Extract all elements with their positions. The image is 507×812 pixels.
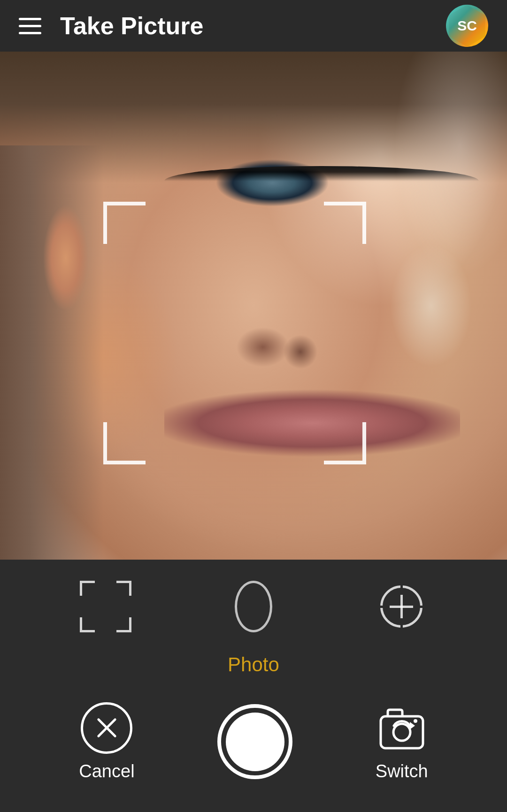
vf-corner-tr [116,581,131,596]
page-title: Take Picture [60,12,446,40]
cancel-circle-icon [81,702,132,754]
controls-top-row [0,560,507,653]
controls-bottom-row: Cancel [0,681,507,812]
shutter-button[interactable] [217,704,292,779]
shutter-inner-circle [226,713,284,771]
switch-camera-button[interactable]: Switch [376,702,428,782]
camera-preview-ear [38,192,94,324]
header: Take Picture SC [0,0,507,52]
mode-label: Photo [228,653,279,676]
x-icon [94,715,120,741]
crosshair-gap-top [400,581,403,595]
vf-corner-tl [80,581,95,596]
crosshair-gap-right [413,606,427,608]
mode-label-row: Photo [0,653,507,681]
crosshair-gap-bottom [400,618,403,632]
vf-corner-bl [80,617,95,632]
cancel-button[interactable]: Cancel [79,702,134,782]
svg-point-1 [393,724,410,741]
crosshair-gap-left [376,606,390,608]
avatar[interactable]: SC [446,5,488,47]
cancel-label: Cancel [79,761,134,782]
bracket-bottom-right [324,422,366,464]
bracket-top-right [324,202,366,244]
viewfinder-mode-icon[interactable] [80,581,131,632]
focus-bracket [103,202,366,464]
switch-label: Switch [376,761,428,782]
switch-camera-icon-wrapper [376,702,428,754]
camera-preview-highlight [366,52,507,333]
avatar-initials: SC [457,18,477,34]
face-mode-icon[interactable] [235,581,272,632]
crosshair-mode-icon[interactable] [376,581,427,632]
svg-marker-2 [410,722,415,729]
camera-viewfinder[interactable] [0,52,507,560]
bracket-top-left [103,202,146,244]
switch-camera-icon [376,702,428,754]
bracket-bottom-left [103,422,146,464]
svg-point-3 [414,719,417,723]
menu-button[interactable] [19,18,41,34]
controls-panel: Photo Cancel [0,560,507,812]
vf-corner-br [116,617,131,632]
crosshair-vertical [400,581,403,632]
